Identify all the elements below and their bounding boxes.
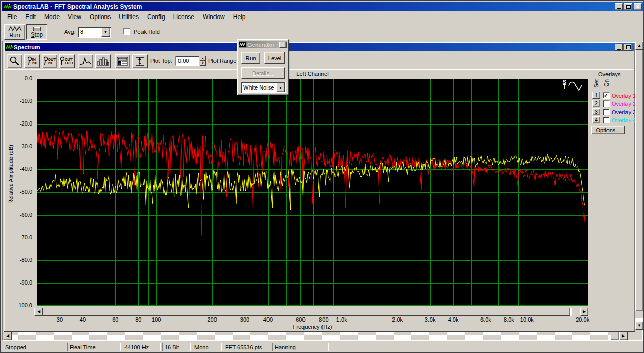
generator-details-button[interactable]: Details... <box>241 67 285 79</box>
menu-help[interactable]: Help <box>229 12 250 22</box>
avg-combobox[interactable]: 8 ▼ <box>78 27 111 38</box>
generator-close-icon: × <box>281 42 284 47</box>
zoom-in-text-2: 2X <box>32 61 37 65</box>
generator-dropdown-arrow-icon[interactable]: ▼ <box>276 83 285 92</box>
overlays-options-button[interactable]: Options... <box>591 126 625 134</box>
run-button[interactable]: Run <box>4 24 25 40</box>
menu-config[interactable]: Config <box>143 12 169 22</box>
menu-license[interactable]: License <box>169 12 199 22</box>
y-axis-tick-labels: 0.0-10.0-20.0-30.0-40.0-50.0-60.0-70.0-8… <box>1 75 34 309</box>
close-button[interactable]: × <box>634 3 642 10</box>
generator-run-button[interactable]: Run <box>241 52 260 64</box>
soundtech-watermark: S T <box>563 80 587 95</box>
mdi-h-scroll-thumb[interactable] <box>611 332 619 340</box>
overlays-panel: Overlays Set On 1 ✓ Overlay 1 2 Overlay … <box>590 70 635 137</box>
spectrum-minimize-button[interactable] <box>615 44 623 51</box>
zoom-tool-button[interactable] <box>7 54 22 68</box>
zoom-in-2x-button[interactable]: IN2X <box>24 54 40 68</box>
overlay-4-checkbox[interactable] <box>603 117 610 123</box>
generator-title-bar[interactable]: Generator × <box>239 41 287 48</box>
stop-square-icon <box>33 27 41 31</box>
overlay-1-checkbox[interactable]: ✓ <box>603 92 610 99</box>
overlay-1-set-button[interactable]: 1 <box>592 92 600 99</box>
generator-close-button[interactable]: × <box>279 42 287 48</box>
overlays-set-column-label: Set <box>593 79 599 88</box>
generator-dialog: Generator × Run Level Details... White N… <box>237 39 289 95</box>
x-tick-label: 300 <box>240 316 249 323</box>
overlay-3-checkbox[interactable] <box>603 109 610 115</box>
y-tick-label: -80.0 <box>20 257 32 263</box>
zoom-in-text-1: IN <box>32 58 37 61</box>
overlay-3-set-button[interactable]: 3 <box>592 108 600 115</box>
bar-plot-button[interactable] <box>95 54 111 68</box>
x-tick-label: 2.0k <box>392 316 403 323</box>
x-tick-label: 80 <box>135 316 141 323</box>
plot-scroll-thumb[interactable] <box>43 308 570 316</box>
y-tick-label: -40.0 <box>20 166 32 172</box>
main-window: SpectraLAB - FFT Spectral Analysis Syste… <box>0 0 644 353</box>
menu-mode[interactable]: Mode <box>40 12 64 22</box>
status-bit-depth: 16 Bit <box>162 343 191 351</box>
display-options-button[interactable] <box>115 54 130 68</box>
mdi-scroll-left-arrow-icon[interactable]: ◀ <box>4 332 12 340</box>
y-tick-label: -70.0 <box>20 234 32 240</box>
minimize-button[interactable] <box>615 3 623 10</box>
y-tick-label: -30.0 <box>20 143 32 149</box>
overlay-4-set-button[interactable]: 4 <box>592 116 600 123</box>
title-bar[interactable]: SpectraLAB - FFT Spectral Analysis Syste… <box>2 2 643 11</box>
overlay-2-checkbox[interactable] <box>603 100 610 107</box>
x-tick-label: 600 <box>296 316 305 323</box>
status-run-state: Stopped <box>3 343 66 351</box>
stop-button[interactable]: Stop <box>26 24 47 40</box>
spectrum-minimize-icon <box>617 49 621 50</box>
menu-view[interactable]: View <box>64 12 85 22</box>
mdi-scroll-down-arrow-icon[interactable]: ▼ <box>635 322 643 330</box>
display-options-icon <box>117 57 128 66</box>
stop-button-label: Stop <box>31 31 43 38</box>
mdi-v-scroll-thumb[interactable] <box>635 50 643 311</box>
mdi-scroll-up-arrow-icon[interactable]: ▲ <box>635 42 643 50</box>
generator-signal-combobox[interactable]: White Noise ▼ <box>241 82 286 93</box>
menu-edit[interactable]: Edit <box>21 12 40 22</box>
spectrum-title-bar[interactable]: Spectrum <box>5 43 634 51</box>
generator-level-button[interactable]: Level <box>264 52 285 64</box>
minimize-icon <box>617 8 621 9</box>
x-tick-label: 40 <box>80 316 86 323</box>
zoom-out-full-button[interactable]: OUTFULL <box>59 54 75 68</box>
avg-dropdown-arrow-icon[interactable]: ▼ <box>101 28 110 37</box>
y-tick-label: -100.0 <box>16 302 32 308</box>
plot-h-scrollbar[interactable]: ◀ ▶ <box>34 308 588 316</box>
maximize-button[interactable] <box>624 3 632 10</box>
plot-top-input[interactable]: 0.00 <box>175 56 199 66</box>
y-tick-label: -60.0 <box>20 211 32 218</box>
mdi-scroll-right-arrow-icon[interactable]: ▶ <box>619 332 628 340</box>
plot-top-spin-up-button[interactable]: ▲ <box>200 56 206 61</box>
overlay-2-label: Overlay 2 <box>612 101 635 107</box>
y-axis-title: Relative Amplitude (dB) <box>8 145 14 204</box>
menu-window[interactable]: Window <box>199 12 229 22</box>
plot-range-label: Plot Range: <box>208 58 238 64</box>
autoscale-button[interactable] <box>132 54 148 68</box>
x-tick-label: 800 <box>319 316 328 323</box>
line-plot-button[interactable] <box>78 54 93 68</box>
peak-hold-checkbox[interactable] <box>123 28 130 35</box>
plot-scroll-right-arrow-icon[interactable]: ▶ <box>580 308 588 316</box>
overlay-1-label: Overlay 1 <box>612 93 635 99</box>
mdi-h-scrollbar[interactable]: ◀ ▶ <box>4 332 628 340</box>
overlay-2-set-button[interactable]: 2 <box>592 100 600 107</box>
plot-top-spin-down-button[interactable]: ▼ <box>200 61 206 66</box>
plot-scroll-left-arrow-icon[interactable]: ◀ <box>34 308 43 316</box>
mdi-v-scrollbar[interactable]: ▲ ▼ <box>635 42 643 330</box>
spectrum-plot-area[interactable]: S T <box>37 79 588 306</box>
zoom-full-text-1: OUT <box>65 58 74 61</box>
run-button-label: Run <box>9 32 20 38</box>
spectrum-maximize-button[interactable] <box>624 44 632 51</box>
overlay-4-label: Overlay 4 <box>612 117 635 123</box>
y-tick-label: -10.0 <box>20 98 32 104</box>
menu-utilities[interactable]: Utilities <box>115 12 143 22</box>
magnifier-small-icon <box>43 56 48 66</box>
zoom-out-2x-button[interactable]: OUT2X <box>42 54 57 68</box>
menu-options[interactable]: Options <box>85 12 115 22</box>
menu-file[interactable]: File <box>3 12 21 22</box>
x-axis-tick-labels: 304060801002003004006008001.0k2.0k3.0k4.… <box>37 316 588 324</box>
